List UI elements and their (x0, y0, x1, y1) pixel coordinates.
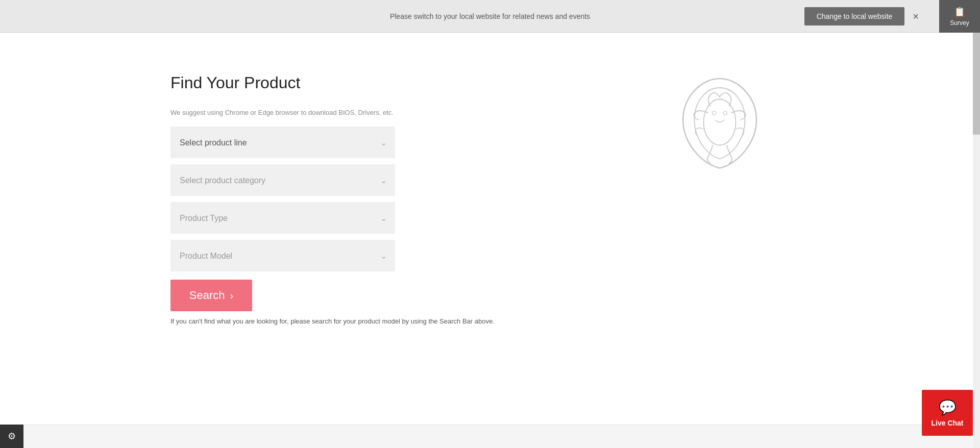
form-container: Select product line ⌄ Select product cat… (170, 127, 395, 311)
search-button[interactable]: Search › (170, 280, 252, 311)
product-type-wrapper: Product Type ⌄ (170, 202, 395, 234)
search-label: Search (189, 289, 225, 302)
product-line-select[interactable]: Select product line (170, 127, 395, 158)
settings-button[interactable]: ⚙ (0, 425, 23, 448)
product-line-wrapper: Select product line ⌄ (170, 127, 395, 158)
product-model-wrapper: Product Model ⌄ (170, 240, 395, 271)
product-category-select[interactable]: Select product category (170, 164, 395, 196)
live-chat-icon: 💬 (939, 399, 957, 416)
close-notification-button[interactable]: × (913, 11, 919, 21)
live-chat-label: Live Chat (931, 419, 963, 427)
survey-icon: 📋 (954, 6, 965, 17)
survey-panel[interactable]: 📋 Survey (939, 0, 980, 33)
survey-label: Survey (950, 19, 969, 27)
settings-icon: ⚙ (8, 431, 16, 442)
svg-point-2 (723, 111, 727, 115)
product-type-select[interactable]: Product Type (170, 202, 395, 234)
live-chat-button[interactable]: 💬 Live Chat (922, 390, 973, 436)
change-local-button[interactable]: Change to local website (804, 7, 905, 26)
scrollbar[interactable] (973, 33, 980, 448)
product-model-select[interactable]: Product Model (170, 240, 395, 271)
help-text: If you can't find what you are looking f… (170, 317, 569, 325)
product-category-wrapper: Select product category ⌄ (170, 164, 395, 196)
scrollbar-thumb[interactable] (973, 33, 980, 135)
footer-area (0, 425, 973, 448)
page-title: Find Your Product (170, 73, 980, 92)
svg-point-1 (713, 111, 716, 115)
suggestion-text: We suggest using Chrome or Edge browser … (170, 109, 980, 116)
search-arrow-icon: › (230, 290, 234, 302)
notification-actions: Change to local website × (804, 7, 919, 26)
notification-text: Please switch to your local website for … (390, 12, 590, 20)
dragon-logo (674, 73, 766, 178)
notification-bar: Please switch to your local website for … (0, 0, 980, 33)
main-content: Find Your Product We suggest using Chrom… (0, 33, 980, 325)
